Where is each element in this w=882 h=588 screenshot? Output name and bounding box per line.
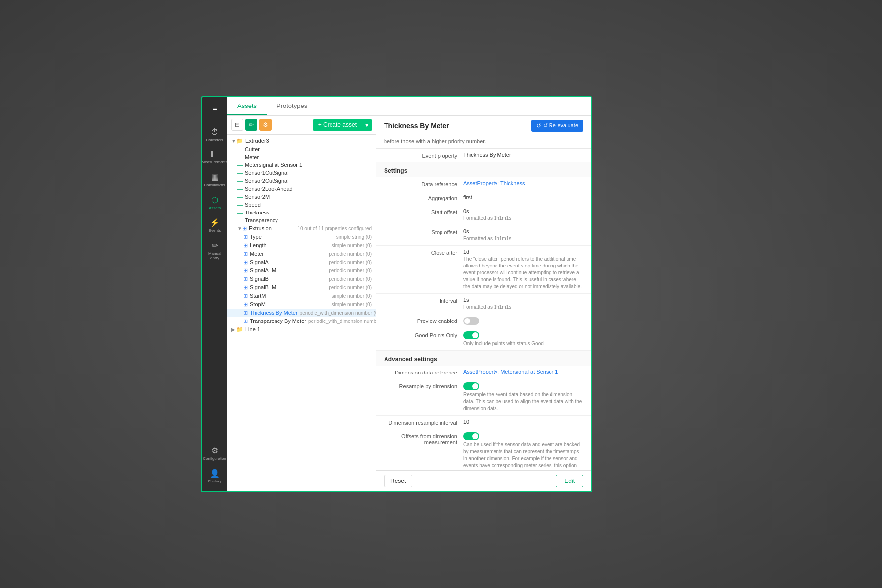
start-offset-hint: Formatted as 1h1m1s [463, 215, 511, 222]
grid-small-icon: ⊞ [243, 318, 248, 324]
event-property-value: Thickness By Meter [463, 152, 583, 158]
tree-item-sensor2m[interactable]: — Sensor2M [227, 193, 376, 201]
event-property-row: Event property Thickness By Meter [376, 149, 591, 162]
filter-button[interactable]: ⊟ [231, 119, 243, 131]
close-after-row: Close after 1d The "close after" period … [376, 246, 591, 294]
stop-offset-label: Stop offset [384, 228, 463, 235]
resample-toggle[interactable] [463, 382, 479, 390]
tree-item-transparency-by-meter[interactable]: ⊞ Transparency By Meter periodic_with_di… [227, 317, 376, 325]
event-property-label: Event property [384, 152, 463, 159]
pen-icon: — [237, 210, 243, 215]
tree-item-speed[interactable]: — Speed [227, 201, 376, 209]
interval-hint: Formatted as 1h1m1s [463, 304, 511, 311]
right-panel: Thickness By Meter ↺ ↺ Re-evaluate befor… [376, 116, 591, 491]
data-reference-row: Data reference AssetProperty: Thickness [376, 177, 591, 191]
sidebar: ≡ ⏱ Collectors 🎞 Measurements ▦ Calculat… [202, 97, 227, 491]
clock-icon: ⏱ [211, 128, 219, 137]
dim-resample-interval-value: 10 [463, 419, 583, 425]
tree-item-signalb-m[interactable]: ⊞ SignalB_M periodic number (0) [227, 283, 376, 292]
data-reference-value[interactable]: AssetProperty: Thickness [463, 180, 583, 186]
tab-prototypes[interactable]: Prototypes [267, 97, 317, 115]
stop-offset-value: 0s [463, 228, 511, 234]
sidebar-item-calculations[interactable]: ▦ Calculations [202, 168, 227, 191]
re-evaluate-button[interactable]: ↺ ↺ Re-evaluate [531, 120, 583, 132]
good-points-row: Good Points Only Only include points wit… [376, 328, 591, 351]
sidebar-item-factory[interactable]: 👤 Factory [202, 465, 227, 487]
pen-icon: — [237, 186, 243, 192]
main-panel: Assets Prototypes ⊟ ✏ ⚙ + Create asset [227, 97, 591, 491]
sidebar-item-assets[interactable]: ⬡ Assets [202, 191, 227, 214]
dim-resample-interval-label: Dimension resample interval [384, 419, 463, 426]
settings-button[interactable]: ⚙ [259, 119, 272, 131]
reset-button[interactable]: Reset [384, 475, 412, 487]
tree-item-meter[interactable]: — Meter [227, 153, 376, 161]
create-asset-dropdown[interactable]: ▾ [362, 119, 372, 131]
offsets-dim-hint: Can be used if the sensor data and event… [463, 441, 583, 470]
lightning-icon: ⚡ [210, 218, 220, 227]
edit-mode-button[interactable]: ✏ [245, 119, 257, 131]
tree-item-sensor2lookahead[interactable]: — Sensor2LookAhead [227, 185, 376, 193]
sidebar-item-measurements[interactable]: 🎞 Measurements [202, 146, 227, 168]
sidebar-item-events[interactable]: ⚡ Events [202, 214, 227, 237]
tree-item-metersignal[interactable]: — Metersignal at Sensor 1 [227, 161, 376, 169]
close-after-value: 1d [463, 249, 583, 255]
tree-item-type[interactable]: ⊞ Type simple string (0) [227, 233, 376, 241]
aggregation-row: Aggregation first [376, 191, 591, 205]
dim-data-ref-value[interactable]: AssetProperty: Metersignal at Sensor 1 [463, 369, 583, 374]
create-asset-button[interactable]: + Create asset [313, 119, 362, 131]
resample-row: Resample by dimension Resample the event… [376, 379, 591, 416]
asset-tree: ▼ 📁 Extruder3 — Cutter — Meter [227, 135, 376, 491]
good-points-toggle[interactable] [463, 331, 479, 339]
action-bar: Reset Edit [376, 470, 591, 491]
tree-group-line1[interactable]: ▶ 📁 Line 1 [227, 325, 376, 334]
grid-icon: ⊞ [242, 225, 247, 232]
dim-data-ref-label: Dimension data reference [384, 369, 463, 375]
edit-button[interactable]: Edit [556, 475, 583, 487]
tree-item-stopm[interactable]: ⊞ StopM simple number (0) [227, 300, 376, 309]
dim-resample-interval-row: Dimension resample interval 10 [376, 416, 591, 429]
sidebar-item-configuration[interactable]: ⚙ Configuration [202, 442, 227, 465]
sidebar-item-collectors[interactable]: ⏱ Collectors [202, 124, 227, 146]
aggregation-label: Aggregation [384, 194, 463, 201]
calc-icon: ▦ [211, 172, 219, 182]
tree-item-transparency[interactable]: — Transparency [227, 216, 376, 224]
settings-note: before those with a higher priority numb… [376, 136, 591, 149]
preview-enabled-toggle[interactable] [463, 317, 479, 325]
toolbar: ⊟ ✏ ⚙ + Create asset ▾ [227, 116, 376, 135]
folder-icon: 📁 [236, 326, 243, 333]
stop-offset-row: Stop offset 0s Formatted as 1h1m1s [376, 225, 591, 246]
tree-item-meter2[interactable]: ⊞ Meter periodic number (0) [227, 250, 376, 258]
offsets-dim-toggle[interactable] [463, 432, 479, 440]
tree-item-startm[interactable]: ⊞ StartM simple number (0) [227, 292, 376, 300]
tree-item-cutter[interactable]: — Cutter [227, 145, 376, 153]
pen-icon: — [237, 178, 243, 184]
interval-value: 1s [463, 297, 511, 303]
grid-small-icon: ⊞ [243, 259, 248, 266]
offsets-dim-label: Offsets from dimension measurement [384, 432, 463, 445]
tree-group-extruder3[interactable]: ▼ 📁 Extruder3 [227, 137, 376, 145]
tab-assets[interactable]: Assets [227, 97, 267, 115]
settings-scroll: before those with a higher priority numb… [376, 136, 591, 470]
folder-icon: 📁 [236, 138, 243, 144]
tree-item-signala[interactable]: ⊞ SignalA periodic number (0) [227, 258, 376, 267]
start-offset-row: Start offset 0s Formatted as 1h1m1s [376, 205, 591, 225]
expand-icon[interactable]: ▼ [231, 138, 236, 144]
expand-icon[interactable]: ▶ [231, 327, 236, 332]
start-offset-value: 0s [463, 208, 511, 214]
tree-group-extrusion[interactable]: ▼ ⊞ Extrusion 10 out of 11 properties co… [227, 224, 376, 233]
tree-item-thickness-by-meter[interactable]: ⊞ Thickness By Meter periodic_with_dimen… [227, 309, 376, 317]
settings-section-title: Settings [376, 162, 591, 177]
tree-item-signalb[interactable]: ⊞ SignalB periodic number (0) [227, 275, 376, 283]
tree-item-thickness[interactable]: — Thickness [227, 209, 376, 216]
left-panel: ⊟ ✏ ⚙ + Create asset ▾ ▼ 📁 [227, 116, 376, 491]
sidebar-item-manual-entry[interactable]: ✏ Manual entry [202, 237, 227, 264]
tree-item-length[interactable]: ⊞ Length simple number (0) [227, 241, 376, 250]
tree-item-sensor2cutsignal[interactable]: — Sensor2CutSignal [227, 177, 376, 185]
tree-item-signala-m[interactable]: ⊞ SignalA_M periodic number (0) [227, 267, 376, 275]
refresh-icon: ↺ [536, 122, 541, 129]
preview-enabled-label: Preview enabled [384, 317, 463, 324]
close-after-label: Close after [384, 249, 463, 256]
sidebar-item-label: Assets [209, 206, 220, 210]
tree-item-sensor1cutsignal[interactable]: — Sensor1CutSignal [227, 169, 376, 177]
expand-icon[interactable]: ▼ [237, 226, 242, 231]
